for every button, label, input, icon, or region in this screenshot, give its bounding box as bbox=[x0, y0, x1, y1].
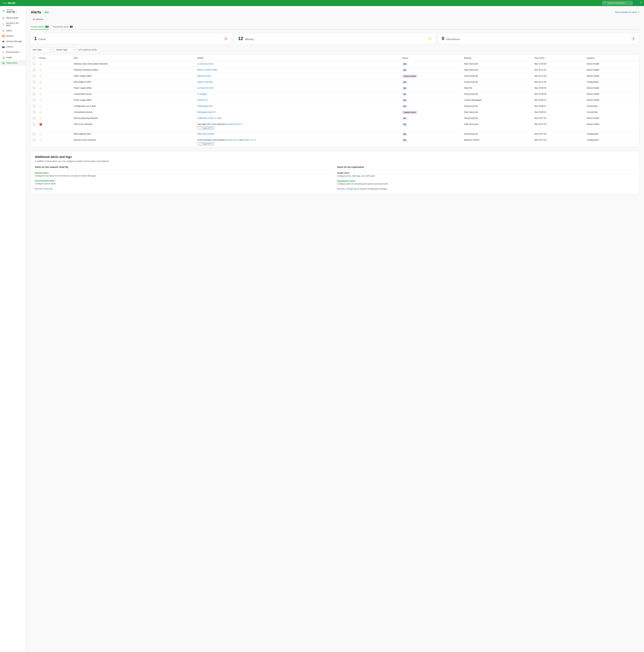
info-icon: ℹ bbox=[631, 36, 636, 41]
alert-details-link[interactable]: Bishopgate main AP bbox=[198, 111, 215, 113]
alert-details-link[interactable]: Point Reyes floor bbox=[198, 105, 213, 107]
alert-details-link[interactable]: Coffee bar on floor 4, north bbox=[198, 117, 222, 119]
network-selector[interactable]: ⊕ Network Dripl HQ ▾ bbox=[0, 7, 26, 15]
alert-details-link[interactable]: as:33:ee:33:33:33 bbox=[198, 87, 213, 89]
chevron-down-icon: ▾ bbox=[74, 49, 74, 51]
doc-link[interactable]: Documentation on Alerts ↗ bbox=[615, 11, 639, 13]
row-checkbox[interactable] bbox=[33, 87, 35, 89]
topnav-right: 🔍 👤 ? bbox=[602, 1, 641, 5]
critical-card[interactable]: 1 Critical ⊘ bbox=[31, 33, 232, 44]
tab-dismissed-alerts[interactable]: Dismissed alerts 2 bbox=[53, 24, 73, 30]
search-input[interactable] bbox=[608, 2, 630, 4]
alert-text: Devices VLAN mismatch bbox=[72, 137, 196, 147]
alert-details: Main area 33-0001 bbox=[196, 131, 400, 137]
alert-text: Potential hardware problem bbox=[72, 67, 196, 73]
suggested-fix-button[interactable]: ⚡ Suggested fix bbox=[198, 126, 214, 130]
row-checkbox[interactable] bbox=[33, 117, 35, 119]
alert-details-link[interactable]: Closet 22.1 bbox=[198, 99, 208, 101]
warning-icon: ⚠ bbox=[427, 36, 432, 41]
alert-details-link[interactable]: Spare in 5th floor bbox=[198, 81, 213, 83]
help-icon[interactable]: ? bbox=[640, 1, 641, 4]
warning-card[interactable]: 12 Warning ⚠ bbox=[234, 33, 436, 44]
sidebar-item-switch[interactable]: ⊟ Switch bbox=[0, 28, 26, 33]
network-info: Network Dripl HQ ▾ bbox=[7, 9, 17, 13]
network-dropdown-label: All networks bbox=[32, 18, 44, 21]
network-alerts-link[interactable]: Network alerts bbox=[35, 172, 333, 174]
device-tag: MT bbox=[402, 93, 407, 96]
insight-subtitle: Insight alerts bbox=[337, 172, 635, 174]
alert-type-filter[interactable]: Alert Type ▾ bbox=[31, 48, 52, 52]
sidebar-item-systems-manager[interactable]: 💻 Systems Manager bbox=[0, 39, 26, 44]
alert-details-link[interactable]: Closet 22.32 / 3 bbox=[228, 123, 242, 126]
sidebar-item-organization[interactable]: 🏢 Organization bbox=[0, 60, 26, 65]
alert-category: Device Health bbox=[585, 67, 639, 73]
row-checkbox[interactable] bbox=[33, 111, 35, 113]
alert-details-link[interactable]: Main floor 4.03 bbox=[198, 75, 211, 77]
sidebar-item-insight[interactable]: 📊 Insight bbox=[0, 55, 26, 60]
alert-text: Configuration out of date bbox=[72, 103, 196, 109]
row-checkbox[interactable] bbox=[33, 123, 35, 126]
tab-current-alerts[interactable]: Current alerts 13 bbox=[31, 24, 49, 30]
change-log-link[interactable]: Change log bbox=[346, 188, 356, 190]
alert-details: BISH-4-1-SW1-CAMS bbox=[196, 67, 400, 73]
alert-details-link[interactable]: Main area 33-0001 bbox=[198, 133, 214, 135]
sidebar-item-camera[interactable]: 📷 Camera bbox=[0, 44, 26, 50]
row-checkbox[interactable] bbox=[33, 81, 35, 83]
row-checkbox[interactable] bbox=[33, 63, 35, 65]
webapp-link[interactable]: Web App bbox=[352, 175, 360, 177]
device-type-filter[interactable]: Device Type ▾ bbox=[54, 48, 76, 52]
alert-text: Power supply offline bbox=[72, 73, 196, 79]
alert-details-link[interactable]: IT imaging bbox=[198, 93, 207, 95]
row-checkbox[interactable] bbox=[33, 133, 35, 135]
sidebar-item-security[interactable]: 🛡 Security & SD-WAN bbox=[0, 21, 26, 28]
sidebar: ⊕ Network Dripl HQ ▾ ⊕ Network-wide 🛡 Se… bbox=[0, 6, 26, 652]
sidebar-item-network-wide[interactable]: ⊕ Network-wide bbox=[0, 15, 26, 21]
user-icon[interactable]: 👤 bbox=[635, 1, 638, 5]
alert-details-link[interactable]: 11:3e:23:ss:33:33 bbox=[198, 63, 213, 65]
informational-card[interactable]: 0 Informational ℹ bbox=[438, 33, 639, 44]
chevron-down-icon: ▾ bbox=[50, 49, 51, 51]
time-header[interactable]: Time (UTC) bbox=[533, 55, 585, 61]
alert-category: Connectivity bbox=[585, 103, 639, 109]
row-checkbox[interactable] bbox=[33, 75, 35, 77]
row-checkbox[interactable] bbox=[33, 93, 35, 95]
alert-text: Wireless radar event pattern detected bbox=[72, 61, 196, 67]
alert-text: Power supply offline bbox=[72, 98, 196, 103]
new-badge: New bbox=[43, 11, 50, 14]
device-tag: MS bbox=[402, 123, 407, 126]
warning-priority-icon: ⚠ bbox=[39, 111, 42, 114]
device-tag: MS bbox=[402, 81, 407, 84]
sidebar-item-label: Wireless bbox=[6, 35, 14, 37]
page-title: Alerts bbox=[31, 10, 41, 15]
sidebar-item-environmental[interactable]: 🌡 Environmental bbox=[0, 50, 26, 55]
org-alerts-link[interactable]: Organization alerts bbox=[337, 180, 635, 182]
table-row: ⚠ Misconfigured DNS Spare in 5th floor M… bbox=[31, 79, 639, 85]
alert-details-link1[interactable]: Closet 44-1/ 3 bbox=[226, 139, 239, 141]
camera-icon: 📷 bbox=[2, 46, 5, 48]
network-dropdown[interactable]: All networks ▾ bbox=[31, 17, 47, 22]
summary-cards: 1 Critical ⊘ 12 Warning ⚠ 0 Informationa… bbox=[31, 33, 639, 44]
search-box[interactable]: 🔍 bbox=[602, 1, 633, 5]
see-also-changelog: See also: Change log for network configu… bbox=[337, 188, 635, 190]
alert-category: Connectivity bbox=[585, 109, 639, 115]
voip-link[interactable]: VoIP bbox=[365, 175, 369, 177]
row-checkbox[interactable] bbox=[33, 69, 35, 71]
sidebar-item-wireless[interactable]: 📶 Wireless bbox=[0, 33, 26, 39]
select-all-checkbox[interactable] bbox=[33, 57, 35, 59]
device-tag: MS bbox=[402, 87, 407, 90]
device-tag: Catalyst Switch bbox=[402, 111, 417, 114]
event-log-link[interactable]: Event log bbox=[44, 188, 52, 190]
alert-details-link[interactable]: BISH-4-1-SW1-CAMS bbox=[198, 69, 217, 71]
info-count-group: 0 Informational bbox=[442, 36, 460, 41]
wan-link[interactable]: WAN bbox=[346, 175, 351, 177]
network-name: Waterloo 234233 bbox=[462, 137, 532, 147]
warning-priority-icon: ⚠ bbox=[39, 63, 42, 65]
suggested-fix-button[interactable]: ⚡ Suggested fix bbox=[198, 142, 214, 145]
org-alerts-item: Organization alerts Configure alerts for… bbox=[337, 180, 635, 185]
row-checkbox[interactable] bbox=[33, 139, 35, 141]
network-alerts-item: Network alerts Configure email alerts fo… bbox=[35, 172, 333, 177]
alert-details-link2[interactable]: Closet 117 / 8 bbox=[243, 139, 256, 141]
environmental-alerts-link[interactable]: Environmental alerts bbox=[35, 180, 333, 182]
row-checkbox[interactable] bbox=[33, 99, 35, 101]
row-checkbox[interactable] bbox=[33, 105, 35, 107]
